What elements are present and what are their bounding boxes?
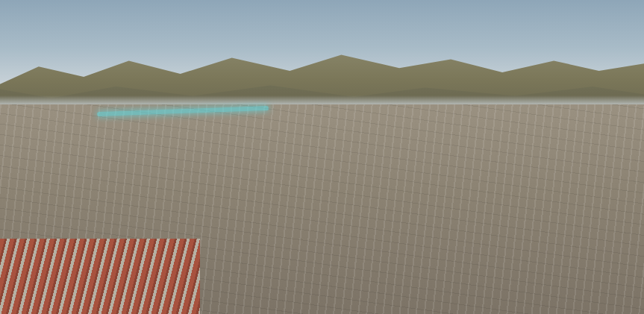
- red-roof-district: [0, 239, 200, 314]
- map-viewport[interactable]: 飞燕遥感 三维生态环保一张图 站点信息 ✕ 呼和佳地定位查看详情内蒙古大学创业学…: [0, 0, 644, 314]
- apartment-district: [407, 170, 644, 289]
